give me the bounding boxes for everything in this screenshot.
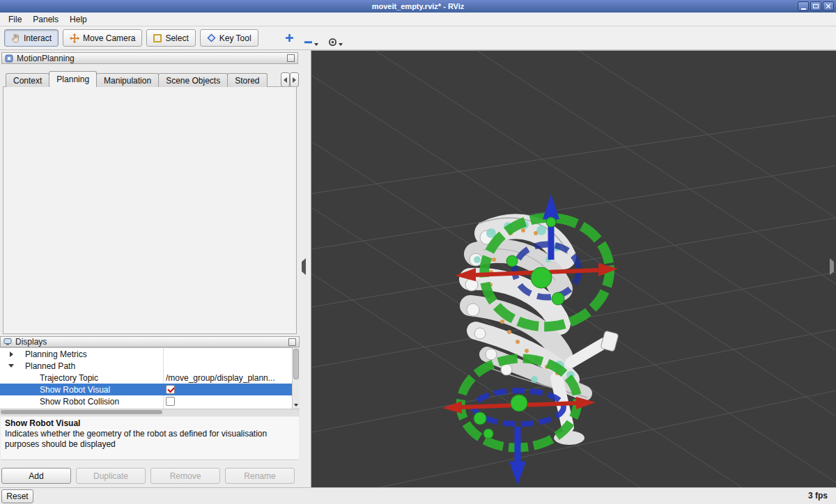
- add-display-button[interactable]: Add: [1, 468, 71, 484]
- window-title: moveit_empty.rviz* - RViz: [0, 0, 836, 13]
- 3d-scene: [311, 51, 836, 487]
- tab-label: Planning: [56, 74, 89, 84]
- 3d-viewport[interactable]: [311, 50, 836, 487]
- tree-row-trajectory-topic[interactable]: Trajectory Topic /move_group/display_pla…: [0, 372, 292, 384]
- displays-float-button[interactable]: [288, 338, 296, 346]
- toolbar: Interact Move Camera Select Key Tool: [0, 26, 836, 50]
- tree-row-planning-metrics[interactable]: Planning Metrics: [0, 348, 292, 360]
- chevron-left-icon: [302, 258, 306, 275]
- duplicate-display-button[interactable]: Duplicate: [76, 468, 146, 484]
- plus-icon: [285, 33, 294, 42]
- rename-display-button[interactable]: Rename: [225, 468, 295, 484]
- displays-panel-title: Displays: [15, 337, 47, 347]
- zoom-in-button[interactable]: [282, 29, 297, 47]
- expand-arrow-icon[interactable]: [8, 364, 14, 368]
- tree-hscrollbar-thumb[interactable]: [1, 410, 162, 414]
- tab-planning[interactable]: Planning: [49, 71, 97, 87]
- tab-scene-objects[interactable]: Scene Objects: [158, 73, 228, 87]
- displays-panel-header[interactable]: Displays: [0, 336, 300, 347]
- maximize-icon: [813, 4, 819, 8]
- menu-item-panels[interactable]: Panels: [27, 13, 64, 26]
- tab-label: Manipulation: [104, 76, 151, 86]
- tool-label: Select: [165, 33, 188, 43]
- tree-row-planned-path[interactable]: Planned Path: [0, 360, 292, 372]
- trajectory-topic-value[interactable]: /move_group/display_plann...: [166, 372, 275, 383]
- reset-button[interactable]: Reset: [1, 489, 33, 503]
- chevron-right-icon: [293, 77, 296, 83]
- status-bar: Reset 3 fps: [0, 487, 836, 504]
- close-icon: [826, 3, 831, 9]
- key-tool-icon: [207, 33, 216, 42]
- hand-icon: [11, 33, 20, 43]
- collapse-arrow-icon[interactable]: [10, 352, 13, 357]
- tab-scroll-right-button[interactable]: [290, 72, 299, 87]
- motionplanning-panel-header[interactable]: MotionPlanning: [1, 52, 298, 64]
- close-button[interactable]: [823, 1, 834, 11]
- minus-icon: [304, 38, 313, 47]
- tree-row-label: Show Robot Collision: [0, 397, 119, 407]
- zoom-out-button[interactable]: [301, 29, 321, 47]
- tool-interact-button[interactable]: Interact: [4, 29, 59, 47]
- motionplanning-float-button[interactable]: [287, 54, 295, 62]
- chevron-right-icon: [830, 258, 834, 275]
- chevron-left-icon: [284, 77, 287, 83]
- tab-stored[interactable]: Stored: [227, 73, 267, 87]
- focus-camera-button[interactable]: [325, 29, 346, 47]
- minimize-button[interactable]: [798, 1, 809, 11]
- tree-row-show-robot-visual[interactable]: Show Robot Visual: [0, 384, 292, 395]
- dropdown-caret-icon: [339, 43, 343, 46]
- show-robot-collision-checkbox[interactable]: [166, 397, 175, 406]
- tree-scrollbar-thumb[interactable]: [293, 349, 299, 379]
- tab-label: Scene Objects: [166, 76, 220, 86]
- panel-collapse-left-handle[interactable]: [302, 262, 306, 271]
- tree-row-label: Trajectory Topic: [0, 373, 98, 383]
- displays-icon: [3, 338, 12, 346]
- description-body: Indicates whether the geometry of the ro…: [5, 429, 295, 450]
- planning-tab-pane: [3, 86, 297, 334]
- description-title: Show Robot Visual: [5, 418, 295, 429]
- property-description-panel: Show Robot Visual Indicates whether the …: [1, 416, 299, 460]
- tab-label: Context: [13, 76, 42, 86]
- show-robot-visual-checkbox[interactable]: [166, 385, 175, 394]
- scroll-down-icon[interactable]: [294, 404, 298, 407]
- tool-key-tool-button[interactable]: Key Tool: [200, 29, 258, 47]
- fps-label: 3 fps: [808, 491, 828, 501]
- tab-label: Stored: [235, 76, 259, 86]
- tree-row-label: Show Robot Visual: [0, 385, 110, 395]
- rviz-window: moveit_empty.rviz* - RViz File Panels He…: [0, 0, 836, 504]
- tab-manipulation[interactable]: Manipulation: [96, 73, 159, 87]
- tool-label: Key Tool: [219, 33, 251, 43]
- remove-display-button[interactable]: Remove: [150, 468, 220, 484]
- tool-label: Move Camera: [83, 33, 135, 43]
- tree-horizontal-scrollbar[interactable]: [0, 409, 300, 415]
- maximize-button[interactable]: [810, 1, 821, 11]
- motionplanning-icon: [5, 54, 13, 63]
- tool-label: Interact: [24, 33, 52, 43]
- tree-vertical-scrollbar[interactable]: [292, 347, 300, 409]
- tool-move-camera-button[interactable]: Move Camera: [63, 29, 142, 47]
- motionplanning-panel-title: MotionPlanning: [17, 54, 75, 63]
- dropdown-caret-icon: [314, 43, 318, 46]
- select-icon: [153, 34, 162, 42]
- menu-item-help[interactable]: Help: [64, 13, 93, 26]
- tab-context[interactable]: Context: [6, 73, 49, 87]
- minimize-icon: [801, 8, 806, 10]
- panel-show-right-handle[interactable]: [830, 262, 834, 271]
- motionplanning-tabbar: Context Planning Manipulation Scene Obje…: [6, 71, 281, 87]
- move-camera-icon: [70, 33, 79, 43]
- tool-select-button[interactable]: Select: [146, 29, 195, 47]
- tree-row-show-robot-collision[interactable]: Show Robot Collision: [0, 395, 292, 407]
- focus-icon: [328, 38, 337, 47]
- tab-scroll-left-button[interactable]: [281, 72, 290, 87]
- menu-item-file[interactable]: File: [3, 13, 27, 26]
- menu-bar: File Panels Help: [0, 13, 836, 26]
- window-titlebar: moveit_empty.rviz* - RViz: [0, 0, 836, 13]
